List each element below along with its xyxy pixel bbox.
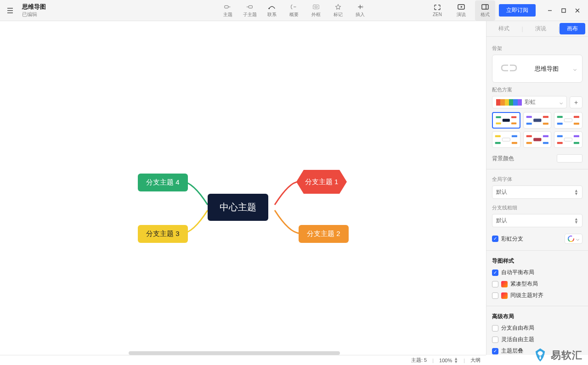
svg-rect-16 xyxy=(526,123,531,124)
add-scheme-button[interactable]: + xyxy=(570,96,582,108)
tab-canvas[interactable]: 画布 xyxy=(560,23,585,34)
subscribe-button[interactable]: 立即订阅 xyxy=(499,4,536,17)
toolbar-center: 主题 子主题 联系 概要 外框 标记 插入 xyxy=(217,0,371,21)
format-panel: 样式 | 演说 | 画布 骨架 思维导图 ⌵ 配色方案 彩虹 xyxy=(486,21,588,355)
topic-overlap-checkbox[interactable] xyxy=(492,348,498,354)
svg-rect-20 xyxy=(557,116,563,118)
svg-rect-32 xyxy=(543,135,548,137)
color-scheme-select[interactable]: 彩虹 ⌵ xyxy=(492,96,567,108)
toolbar-right: ZEN 演说 格式 立即订阅 xyxy=(427,0,584,21)
panel-tabs: 样式 | 演说 | 画布 xyxy=(486,21,588,37)
branch-linewidth-select[interactable]: 默认 ▲▼ xyxy=(492,214,582,227)
premium-badge-icon xyxy=(501,292,508,299)
zoom-control[interactable]: 100% ▲▼ xyxy=(439,357,458,364)
panel-body: 骨架 思维导图 ⌵ 配色方案 彩虹 ⌵ + xyxy=(486,37,588,355)
chevron-down-icon: ⌵ xyxy=(576,236,579,242)
status-bar: 主题: 5 | 100% ▲▼ | 大纲 xyxy=(0,355,486,365)
outline-button[interactable]: 大纲 xyxy=(470,357,481,364)
watermark-text: 易软汇 xyxy=(551,348,582,362)
svg-point-2 xyxy=(268,8,270,9)
theme-variant-6[interactable] xyxy=(554,131,582,148)
svg-rect-45 xyxy=(539,356,541,359)
svg-rect-29 xyxy=(533,138,541,141)
sibling-align-checkbox[interactable] xyxy=(492,292,498,299)
marker-button[interactable]: 标记 xyxy=(327,0,349,21)
window-controls xyxy=(543,4,584,17)
svg-rect-33 xyxy=(543,142,548,144)
svg-rect-3 xyxy=(313,5,319,9)
scheme-label: 配色方案 xyxy=(492,86,582,93)
svg-rect-19 xyxy=(565,119,572,122)
center-topic-node[interactable]: 中心主题 xyxy=(208,194,268,221)
svg-rect-31 xyxy=(526,142,531,144)
rainbow-branch-checkbox[interactable] xyxy=(492,236,498,242)
linewidth-label: 分支线粗细 xyxy=(492,204,582,211)
theme-variant-3[interactable] xyxy=(554,112,582,129)
svg-rect-7 xyxy=(562,9,565,12)
svg-rect-38 xyxy=(574,142,579,144)
zen-button[interactable]: ZEN xyxy=(427,0,447,21)
svg-rect-6 xyxy=(482,5,488,9)
topic-button[interactable]: 主题 xyxy=(217,0,239,21)
svg-rect-21 xyxy=(557,123,563,124)
branch-topic-3-node[interactable]: 分支主题 3 xyxy=(138,225,188,243)
insert-button[interactable]: 插入 xyxy=(349,0,371,21)
document-title-block: 思维导图 已编辑 xyxy=(22,3,46,18)
bg-color-picker[interactable] xyxy=(557,154,582,163)
svg-rect-15 xyxy=(526,116,531,118)
svg-rect-1 xyxy=(249,6,252,8)
chevron-down-icon: ⌵ xyxy=(573,66,577,72)
svg-rect-26 xyxy=(495,142,501,144)
svg-rect-22 xyxy=(574,116,579,118)
svg-rect-13 xyxy=(511,123,516,124)
tab-present[interactable]: 演说 xyxy=(523,22,558,35)
branch-free-checkbox[interactable] xyxy=(492,325,498,331)
advanced-layout-heading: 高级布局 xyxy=(492,313,582,320)
skeleton-select[interactable]: 思维导图 ⌵ xyxy=(492,55,582,83)
svg-rect-37 xyxy=(574,135,579,137)
theme-variant-4[interactable] xyxy=(492,131,520,148)
compact-layout-checkbox[interactable] xyxy=(492,281,498,287)
svg-rect-36 xyxy=(557,142,563,144)
svg-rect-27 xyxy=(512,135,517,137)
boundary-button[interactable]: 外框 xyxy=(305,0,327,21)
svg-rect-35 xyxy=(557,135,563,137)
svg-rect-4 xyxy=(315,6,317,8)
mindmap-canvas[interactable]: 中心主题 分支主题 1 分支主题 2 分支主题 3 分支主题 4 xyxy=(0,21,486,355)
flex-topic-checkbox[interactable] xyxy=(492,337,498,343)
svg-rect-23 xyxy=(574,123,579,124)
main-area: 中心主题 分支主题 1 分支主题 2 分支主题 3 分支主题 4 样式 | 演说… xyxy=(0,21,588,355)
svg-rect-24 xyxy=(502,138,510,141)
svg-rect-9 xyxy=(503,119,510,122)
branch-topic-1-node[interactable]: 分支主题 1 xyxy=(296,170,347,195)
relationship-button[interactable]: 联系 xyxy=(261,0,283,21)
maximize-button[interactable] xyxy=(557,4,571,17)
branch-topic-2-node[interactable]: 分支主题 2 xyxy=(299,225,349,243)
titlebar: 思维导图 已编辑 主题 子主题 联系 概要 外框 标记 插入 xyxy=(0,0,588,21)
present-button[interactable]: 演说 xyxy=(451,0,471,21)
map-style-heading: 导图样式 xyxy=(492,257,582,265)
font-label: 全局字体 xyxy=(492,176,582,183)
global-font-select[interactable]: 默认 ▲▼ xyxy=(492,185,582,199)
theme-variant-5[interactable] xyxy=(523,131,552,148)
tab-style[interactable]: 样式 xyxy=(486,22,521,35)
menu-button[interactable] xyxy=(4,4,17,17)
theme-variant-1[interactable] xyxy=(492,112,520,129)
format-button[interactable]: 格式 xyxy=(475,0,495,21)
canvas-horizontal-scrollbar[interactable] xyxy=(129,351,340,355)
auto-balance-checkbox[interactable] xyxy=(492,270,498,276)
document-title: 思维导图 xyxy=(22,3,46,11)
premium-badge-icon xyxy=(501,281,508,287)
subtopic-button[interactable]: 子主题 xyxy=(239,0,261,21)
skeleton-thumb-icon xyxy=(498,62,520,76)
branch-topic-4-node[interactable]: 分支主题 4 xyxy=(138,174,188,191)
minimize-button[interactable] xyxy=(543,4,557,17)
close-button[interactable] xyxy=(571,4,584,17)
svg-rect-10 xyxy=(496,116,501,118)
svg-rect-11 xyxy=(496,123,501,124)
rainbow-color-button[interactable]: ⌵ xyxy=(565,234,582,244)
summary-button[interactable]: 概要 xyxy=(283,0,305,21)
svg-rect-14 xyxy=(533,119,541,122)
topic-count-label: 主题: 5 xyxy=(411,357,427,364)
theme-variant-2[interactable] xyxy=(523,112,552,129)
